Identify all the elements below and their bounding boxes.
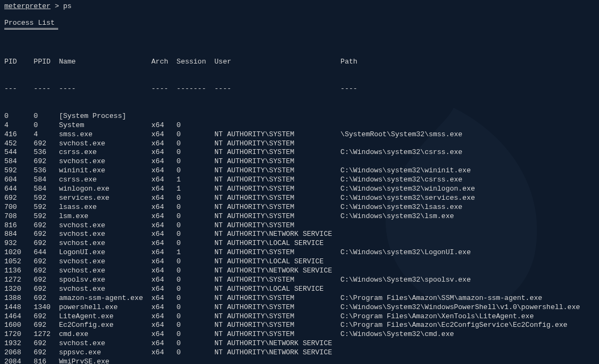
- table-row: 1320 692 svchost.exe x64 0 NT AUTHORITY\…: [4, 285, 595, 294]
- table-row: 816 692 svchost.exe x64 0 NT AUTHORITY\S…: [4, 221, 595, 230]
- table-row: 416 4 smss.exe x64 0 NT AUTHORITY\SYSTEM…: [4, 130, 595, 139]
- table-row: 4 0 System x64 0: [4, 121, 595, 130]
- table-row: 452 692 svchost.exe x64 0 NT AUTHORITY\S…: [4, 139, 595, 149]
- table-row: 884 692 svchost.exe x64 0 NT AUTHORITY\N…: [4, 230, 595, 239]
- table-row: 1272 692 spoolsv.exe x64 0 NT AUTHORITY\…: [4, 276, 595, 285]
- process-table: PID PPID Name Arch Session User Path ---…: [4, 39, 595, 364]
- prompt-separator: >: [51, 2, 63, 10]
- section-title: Process List: [4, 19, 55, 28]
- table-row: 1388 692 amazon-ssm-agent.exe x64 0 NT A…: [4, 294, 595, 303]
- table-row: 2068 692 sppsvc.exe x64 0 NT AUTHORITY\N…: [4, 348, 595, 358]
- table-row: 1448 1340 powershell.exe x64 0 NT AUTHOR…: [4, 303, 595, 312]
- table-row: 692 592 services.exe x64 0 NT AUTHORITY\…: [4, 194, 595, 203]
- table-row: 644 584 winlogon.exe x64 1 NT AUTHORITY\…: [4, 185, 595, 194]
- prompt-line[interactable]: meterpreter > ps: [4, 2, 595, 11]
- table-header-rule: --- ---- ---- ---- ------- ---- ----: [4, 85, 595, 94]
- table-row: 932 692 svchost.exe x64 0 NT AUTHORITY\L…: [4, 239, 595, 248]
- command-input: ps: [63, 2, 72, 10]
- table-row: 2084 816 WmiPrvSE.exe: [4, 358, 595, 364]
- table-row: 1052 692 svchost.exe x64 0 NT AUTHORITY\…: [4, 257, 595, 267]
- table-row: 592 536 wininit.exe x64 0 NT AUTHORITY\S…: [4, 166, 595, 176]
- table-body: 0 0 [System Process] 4 0 System x64 0 41…: [4, 112, 595, 364]
- table-row: 1720 1272 cmd.exe x64 0 NT AUTHORITY\SYS…: [4, 330, 595, 339]
- table-header-row: PID PPID Name Arch Session User Path: [4, 58, 595, 67]
- table-row: 1136 692 svchost.exe x64 0 NT AUTHORITY\…: [4, 267, 595, 276]
- table-row: 1600 692 Ec2Config.exe x64 0 NT AUTHORIT…: [4, 321, 595, 330]
- table-row: 700 592 lsass.exe x64 0 NT AUTHORITY\SYS…: [4, 203, 595, 212]
- prompt-label: meterpreter: [4, 2, 51, 10]
- table-row: 584 692 svchost.exe x64 0 NT AUTHORITY\S…: [4, 157, 595, 166]
- table-row: 708 592 lsm.exe x64 0 NT AUTHORITY\SYSTE…: [4, 212, 595, 221]
- table-row: 1020 644 LogonUI.exe x64 1 NT AUTHORITY\…: [4, 248, 595, 257]
- table-row: 1464 692 LiteAgent.exe x64 0 NT AUTHORIT…: [4, 312, 595, 321]
- table-row: 544 536 csrss.exe x64 0 NT AUTHORITY\SYS…: [4, 148, 595, 157]
- table-row: 0 0 [System Process]: [4, 112, 595, 121]
- table-row: 604 584 csrss.exe x64 1 NT AUTHORITY\SYS…: [4, 176, 595, 185]
- table-row: 1932 692 svchost.exe x64 0 NT AUTHORITY\…: [4, 339, 595, 348]
